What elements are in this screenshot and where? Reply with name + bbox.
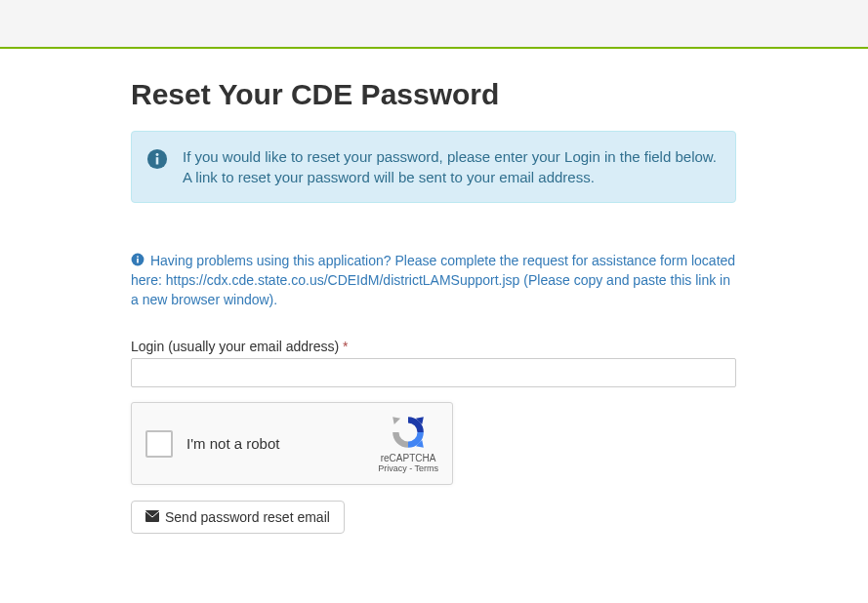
submit-button-label: Send password reset email: [165, 509, 330, 525]
svg-marker-8: [393, 417, 400, 424]
page-title: Reset Your CDE Password: [131, 78, 736, 111]
help-text: Having problems using this application? …: [131, 252, 736, 309]
svg-rect-1: [156, 157, 159, 164]
info-alert-text: If you would like to reset your password…: [183, 146, 721, 187]
required-mark: *: [343, 339, 348, 354]
help-text-link: https://cdx.cde.state.co.us/CDEIdM/distr…: [166, 272, 520, 288]
login-field-group: Login (usually your email address) *: [131, 339, 736, 387]
recaptcha-widget: I'm not a robot reCAPTCHA Privacy - Term…: [131, 402, 453, 485]
svg-rect-9: [145, 510, 159, 522]
svg-point-5: [137, 256, 139, 258]
recaptcha-checkbox[interactable]: [145, 430, 173, 458]
login-label: Login (usually your email address) *: [131, 339, 736, 354]
info-circle-icon: [131, 253, 145, 272]
login-label-text: Login (usually your email address): [131, 339, 339, 354]
recaptcha-branding: reCAPTCHA Privacy - Terms: [378, 414, 438, 473]
send-reset-email-button[interactable]: Send password reset email: [131, 501, 345, 534]
top-bar: [0, 0, 868, 49]
envelope-icon: [145, 509, 159, 525]
svg-point-2: [156, 153, 159, 156]
recaptcha-privacy-link[interactable]: Privacy: [378, 463, 407, 473]
login-input[interactable]: [131, 358, 736, 387]
info-alert: If you would like to reset your password…: [131, 131, 736, 203]
recaptcha-label: I'm not a robot: [186, 435, 378, 452]
svg-rect-4: [137, 258, 139, 262]
recaptcha-logo-icon: [390, 414, 427, 451]
main-container: Reset Your CDE Password If you would lik…: [131, 78, 736, 534]
recaptcha-separator: -: [407, 463, 415, 473]
info-icon: [146, 146, 168, 173]
recaptcha-brand-text: reCAPTCHA: [378, 453, 438, 463]
recaptcha-terms-link[interactable]: Terms: [415, 463, 439, 473]
